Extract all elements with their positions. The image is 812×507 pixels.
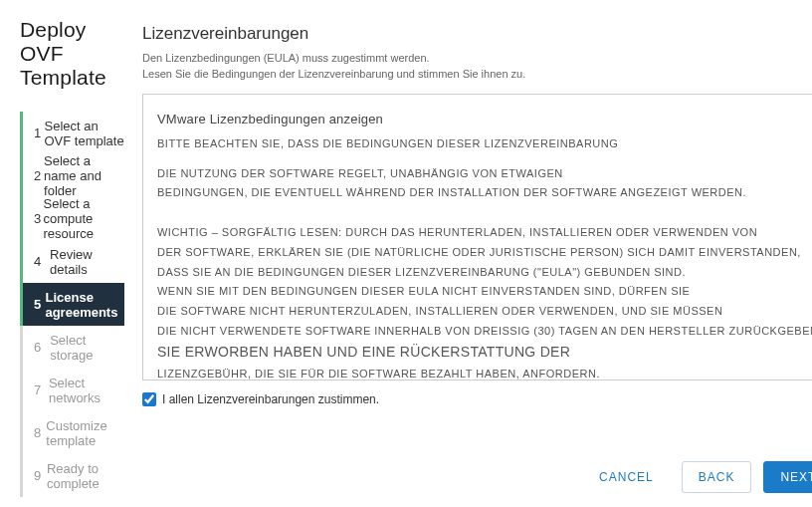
eula-line: BEDINGUNGEN, DIE EVENTUELL WÄHREND DER I… (157, 183, 812, 202)
step-number: 8 (34, 425, 46, 440)
accept-row[interactable]: I allen Lizenzvereinbarungen zustimmen. (142, 392, 812, 406)
step-storage: 6 Select storage (20, 326, 124, 369)
subtitle-1: Den Lizenzbedingungen (EULA) muss zugest… (142, 52, 812, 64)
eula-textarea[interactable]: VMware Lizenzbedingungen anzeigen BITTE … (142, 94, 812, 380)
eula-heading: VMware Lizenzbedingungen anzeigen (157, 109, 812, 130)
step-number: 7 (34, 382, 49, 397)
cancel-button[interactable]: CANCEL (583, 462, 670, 492)
step-customize: 8 Customize template (20, 411, 124, 454)
accept-label: I allen Lizenzvereinbarungen zustimmen. (162, 392, 379, 406)
step-label: License agreements (45, 290, 124, 320)
back-button[interactable]: BACK (682, 461, 752, 493)
step-number: 1 (34, 126, 45, 140)
step-label: Select a compute resource (43, 196, 124, 241)
step-number: 6 (34, 340, 50, 355)
eula-line: WICHTIG – SORGFÄLTIG LESEN: DURCH DAS HE… (157, 223, 812, 242)
step-number: 2 (34, 168, 44, 183)
next-button[interactable]: NEXT (763, 461, 812, 493)
step-label: Select networks (49, 376, 124, 405)
step-review[interactable]: 4 Review details (20, 240, 124, 283)
step-number: 4 (34, 254, 50, 269)
eula-line: BITTE BEACHTEN SIE, DASS DIE BEDINGUNGEN… (157, 134, 812, 153)
step-number: 3 (34, 211, 43, 226)
step-compute[interactable]: 3 Select a compute resource (20, 197, 124, 240)
subtitle-2: Lesen Sie die Bedingungen der Lizenzvere… (142, 68, 812, 80)
step-label: Review details (50, 247, 124, 277)
main-panel: Lizenzvereinbarungen ✕ Den Lizenzbedingu… (124, 0, 812, 507)
wizard-steps: 1 Select an OVF template 2 Select a name… (20, 112, 124, 497)
step-networks: 7 Select networks (20, 369, 124, 411)
step-label: Select an OVF template (45, 119, 124, 148)
wizard-title: Deploy OVF Template (20, 18, 124, 90)
eula-line: DASS SIE AN DIE BEDINGUNGEN DIESER LIZEN… (157, 263, 812, 282)
step-label: Select a name and folder (44, 153, 124, 198)
step-number: 5 (34, 297, 45, 312)
step-license[interactable]: 5 License agreements (20, 283, 124, 326)
step-name-folder[interactable]: 2 Select a name and folder (20, 154, 124, 197)
wizard-footer: CANCEL BACK NEXT (142, 447, 812, 493)
page-title: Lizenzvereinbarungen (142, 24, 308, 44)
eula-line: DIE NUTZUNG DER SOFTWARE REGELT, UNABHÄN… (157, 164, 812, 183)
step-label: Customize template (46, 418, 124, 448)
accept-checkbox[interactable] (142, 392, 156, 406)
eula-line: LIZENZGEBÜHR, DIE SIE FÜR DIE SOFTWARE B… (157, 365, 812, 380)
eula-line: DER SOFTWARE, ERKLÄREN SIE (DIE NATÜRLIC… (157, 243, 812, 262)
step-number: 9 (34, 468, 47, 483)
eula-line: SIE ERWORBEN HABEN UND EINE RÜCKERSTATTU… (157, 341, 812, 365)
eula-line: DIE NICHT VERWENDETE SOFTWARE INNERHALB … (157, 322, 812, 341)
wizard-sidebar: Deploy OVF Template 1 Select an OVF temp… (0, 0, 124, 507)
step-ready: 9 Ready to complete (20, 454, 124, 497)
eula-line: DIE SOFTWARE NICHT HERUNTERZULADEN, INST… (157, 302, 812, 321)
step-select-ovf[interactable]: 1 Select an OVF template (20, 112, 124, 154)
step-label: Ready to complete (47, 461, 124, 491)
step-label: Select storage (50, 333, 124, 363)
eula-line: WENN SIE MIT DEN BEDINGUNGEN DIESER EULA… (157, 282, 812, 301)
